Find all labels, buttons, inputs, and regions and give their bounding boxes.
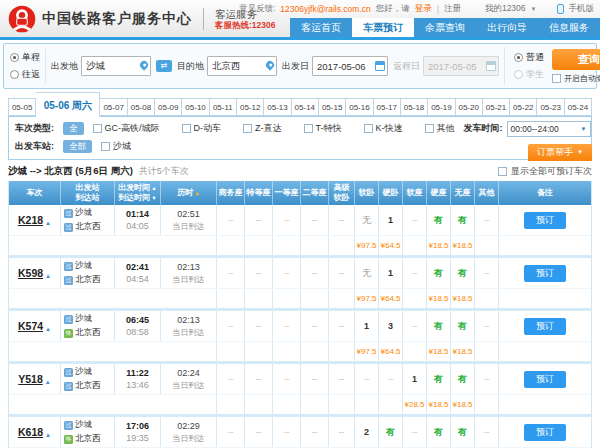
date-tab-05-18[interactable]: 05-18 <box>401 98 428 116</box>
train-type-all-chip[interactable]: 全部 <box>63 122 84 135</box>
date-tab-05-05[interactable]: 05-05 <box>8 98 36 116</box>
train-type-filter[interactable]: 其他 <box>425 122 455 135</box>
nav-tab-travel-guide[interactable]: 出行向导 <box>476 18 538 37</box>
date-tab-05-13[interactable]: 05-13 <box>264 98 291 116</box>
checkbox-icon[interactable] <box>93 124 102 133</box>
date-tab-05-22[interactable]: 05-22 <box>510 98 537 116</box>
radio-icon[interactable] <box>514 53 523 62</box>
date-tab-05-07[interactable]: 05-07 <box>100 98 127 116</box>
date-tab-05-16[interactable]: 05-16 <box>346 98 373 116</box>
col-header-6[interactable]: 一等座 <box>273 181 301 205</box>
col-header-2[interactable]: 出发时间▲到达时间▼ <box>115 181 161 205</box>
auto-query-option[interactable]: 开启自动查询 <box>552 73 600 84</box>
col-header-0[interactable]: 车次 <box>9 181 61 205</box>
swap-stations-icon[interactable]: ⇄ <box>156 60 172 72</box>
col-header-10[interactable]: 硬卧 <box>379 181 403 205</box>
radio-icon[interactable] <box>10 53 19 62</box>
expand-icon[interactable]: ▲ <box>45 273 51 279</box>
col-header-14[interactable]: 其他 <box>475 181 499 205</box>
date-tab-05-06[interactable]: 05-06 周六 <box>36 92 100 117</box>
hotline-text: 客服热线:12306 <box>215 20 275 30</box>
calendar-icon[interactable] <box>375 61 385 71</box>
col-header-13[interactable]: 无座 <box>451 181 475 205</box>
radio-icon[interactable] <box>10 70 19 79</box>
booking-helper-button[interactable]: 订票帮手 ▼ <box>528 144 592 161</box>
query-button[interactable]: 查询 <box>552 49 600 70</box>
train-number-link[interactable]: K598 <box>18 267 43 279</box>
train-type-filter[interactable]: GC-高铁/城际 <box>93 122 160 135</box>
chevron-down-icon[interactable]: ▼ <box>531 6 537 12</box>
trip-round-radio[interactable]: 往返 <box>10 68 40 81</box>
depart-time-select[interactable]: 00:00--24:00 ▼ <box>507 121 591 137</box>
sort-asc-icon: ▲ <box>194 190 199 197</box>
date-tab-05-11[interactable]: 05-11 <box>210 98 237 116</box>
col-header-5[interactable]: 特等座 <box>245 181 273 205</box>
trip-single-radio[interactable]: 单程 <box>10 51 40 64</box>
col-header-15[interactable]: 备注 <box>499 181 591 205</box>
checkbox-icon[interactable] <box>182 124 191 133</box>
train-number-link[interactable]: K574 <box>18 320 43 332</box>
col-header-12[interactable]: 硬座 <box>427 181 451 205</box>
date-tab-05-24[interactable]: 05-24 <box>565 98 592 116</box>
col-header-7[interactable]: 二等座 <box>301 181 329 205</box>
date-tab-05-19[interactable]: 05-19 <box>428 98 455 116</box>
col-header-1[interactable]: 出发站到达站 <box>61 181 115 205</box>
expand-icon[interactable]: ▲ <box>45 220 51 226</box>
nav-tab-remaining-tickets[interactable]: 余票查询 <box>414 18 476 37</box>
book-button[interactable]: 预订 <box>524 265 566 282</box>
book-button[interactable]: 预订 <box>524 371 566 388</box>
col-header-8[interactable]: 高级软卧 <box>329 181 355 205</box>
train-type-filter[interactable]: T-特快 <box>304 122 342 135</box>
train-number-link[interactable]: K618 <box>18 426 43 438</box>
depart-station-filter[interactable]: 沙城 <box>101 140 131 153</box>
seat-availability-cell: -- <box>217 205 245 235</box>
book-button[interactable]: 预订 <box>524 424 566 441</box>
nav-tab-home[interactable]: 客运首页 <box>290 18 352 37</box>
my12306-menu[interactable]: 我的12306 <box>485 3 526 15</box>
col-header-9[interactable]: 软卧 <box>355 181 379 205</box>
station-all-chip[interactable]: 全部 <box>63 140 92 153</box>
expand-icon[interactable]: ▲ <box>45 326 51 332</box>
nav-tab-info-service[interactable]: 信息服务 <box>538 18 600 37</box>
checkbox-icon[interactable] <box>304 124 313 133</box>
col-header-11[interactable]: 软座 <box>403 181 427 205</box>
checkbox-icon[interactable] <box>552 74 561 83</box>
checkbox-icon[interactable] <box>101 142 110 151</box>
checkbox-icon[interactable] <box>498 167 507 176</box>
checkbox-icon[interactable] <box>425 124 434 133</box>
checkbox-icon[interactable] <box>243 124 252 133</box>
mobile-version-link[interactable]: 手机版 <box>569 3 595 15</box>
nav-tab-booking[interactable]: 车票预订 <box>352 18 414 37</box>
train-number-link[interactable]: K218 <box>18 214 43 226</box>
date-tab-05-08[interactable]: 05-08 <box>128 98 155 116</box>
feedback-email-link[interactable]: 12306yjfk@rails.com.cn <box>280 4 370 14</box>
checkbox-icon[interactable] <box>364 124 373 133</box>
login-link[interactable]: 登录 <box>415 3 432 15</box>
date-tab-05-12[interactable]: 05-12 <box>237 98 264 116</box>
col-header-3[interactable]: 历时▲ <box>161 181 217 205</box>
show-all-option[interactable]: 显示全部可预订车次 <box>498 165 592 178</box>
book-button[interactable]: 预订 <box>524 318 566 335</box>
seat-availability-cell: -- <box>355 364 379 394</box>
date-tab-05-20[interactable]: 05-20 <box>456 98 483 116</box>
train-type-filter[interactable]: Z-直达 <box>243 122 282 135</box>
date-tab-05-09[interactable]: 05-09 <box>155 98 182 116</box>
book-button[interactable]: 预订 <box>524 212 566 229</box>
arrive-station-line: 过北京西 <box>64 274 101 286</box>
train-number-link[interactable]: Y518 <box>18 373 43 385</box>
train-type-filter[interactable]: K-快速 <box>364 122 403 135</box>
depart-station-label: 出发车站: <box>15 140 54 153</box>
date-tab-05-21[interactable]: 05-21 <box>483 98 510 116</box>
date-tab-05-23[interactable]: 05-23 <box>537 98 564 116</box>
date-tab-05-14[interactable]: 05-14 <box>292 98 319 116</box>
date-tab-05-17[interactable]: 05-17 <box>374 98 401 116</box>
expand-icon[interactable]: ▲ <box>45 379 51 385</box>
price-row: ¥97.5¥64.5¥18.5¥18.5 <box>9 289 591 308</box>
train-type-filter[interactable]: D-动车 <box>182 122 222 135</box>
register-link[interactable]: 注册 <box>444 3 461 15</box>
col-header-4[interactable]: 商务座 <box>217 181 245 205</box>
expand-icon[interactable]: ▲ <box>45 432 51 438</box>
date-tab-05-10[interactable]: 05-10 <box>182 98 209 116</box>
passenger-normal-radio[interactable]: 普通 <box>514 51 544 64</box>
date-tab-05-15[interactable]: 05-15 <box>319 98 346 116</box>
